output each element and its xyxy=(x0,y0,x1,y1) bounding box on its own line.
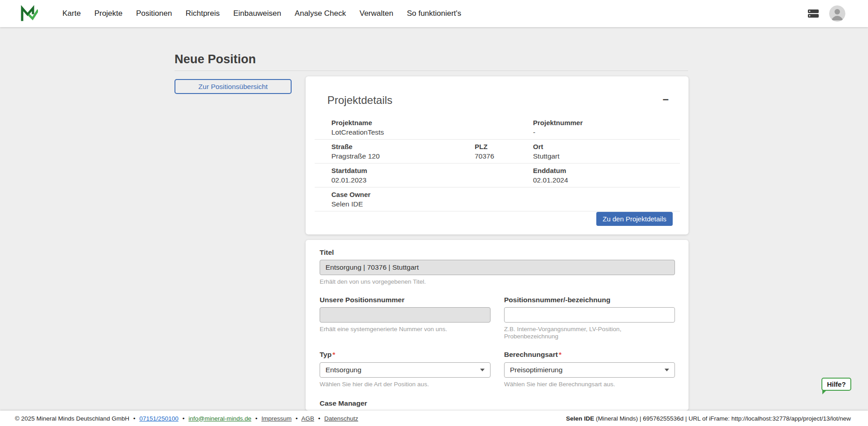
footer-datenschutz-link[interactable]: Datenschutz xyxy=(324,415,358,422)
chevron-down-icon xyxy=(665,369,669,371)
nav-item-einbauweisen[interactable]: Einbauweisen xyxy=(233,9,281,18)
footer-separator: • xyxy=(133,415,136,422)
project-row-2: Straße Pragstraße 120 PLZ 70376 Ort Stut… xyxy=(315,140,680,164)
main-nav: Karte Projekte Positionen Richtpreis Ein… xyxy=(62,9,461,18)
position-overview-button[interactable]: Zur Positionsübersicht xyxy=(175,79,292,94)
nav-item-positionen[interactable]: Positionen xyxy=(136,9,172,18)
project-row-1: Projektname LotCreationTests Projektnumm… xyxy=(315,116,680,140)
project-row-3: Startdatum 02.01.2023 Enddatum 02.01.202… xyxy=(315,164,680,187)
positionsnummer-input[interactable] xyxy=(504,307,675,323)
footer-separator: • xyxy=(318,415,321,422)
berechnungsart-group: Berechnungsart* Preisoptimierung Wählen … xyxy=(504,350,675,388)
typ-selected-value: Entsorgung xyxy=(326,366,361,374)
nav-item-richtpreis[interactable]: Richtpreis xyxy=(185,9,220,18)
type-calculation-row: Typ* Entsorgung Wählen Sie hier die Art … xyxy=(320,350,675,388)
case-manager-label: Case Manager xyxy=(320,399,491,407)
berechnungsart-selected-value: Preisoptimierung xyxy=(510,366,562,374)
unsere-positionsnummer-input xyxy=(320,307,491,323)
brand-logo-icon[interactable] xyxy=(20,5,38,23)
title-divider xyxy=(175,70,688,71)
typ-helper: Wählen Sie hier die Art der Position aus… xyxy=(320,381,491,388)
project-details-header: Projektdetails – xyxy=(306,76,689,107)
footer-agb-link[interactable]: AGB xyxy=(302,415,315,422)
unsere-positionsnummer-helper: Erhält eine systemgenerierte Nummer von … xyxy=(320,326,491,333)
field-projektnummer: Projektnummer - xyxy=(533,119,680,136)
nav-item-so-funktionierts[interactable]: So funktioniert's xyxy=(407,9,461,18)
nav-item-analyse-check[interactable]: Analyse Check xyxy=(295,9,346,18)
nav-item-projekte[interactable]: Projekte xyxy=(94,9,123,18)
field-case-owner: Case Owner Selen IDE xyxy=(331,191,680,208)
user-avatar[interactable] xyxy=(829,5,845,22)
position-number-row: Unsere Positionsnummer Erhält eine syste… xyxy=(320,295,675,340)
field-strasse: Straße Pragstraße 120 xyxy=(331,143,475,160)
footer: © 2025 Mineral Minds Deutschland GmbH • … xyxy=(0,411,868,426)
nav-item-verwalten[interactable]: Verwalten xyxy=(359,9,393,18)
required-asterisk: * xyxy=(559,351,561,358)
berechnungsart-helper: Wählen Sie hier die Berechnungsart aus. xyxy=(504,381,675,388)
positionsnummer-helper: Z.B. Interne-Vorgangsnummer, LV-Position… xyxy=(504,326,675,340)
footer-session-user: Selen IDE xyxy=(566,415,594,422)
position-form-card: Titel Erhält den von uns vorgegebenen Ti… xyxy=(306,240,689,411)
go-to-project-details-button[interactable]: Zu den Projektdetails xyxy=(596,212,673,226)
footer-session-info: Selen IDE (Mineral Minds) | 69576255536d… xyxy=(566,415,851,422)
titel-input xyxy=(320,260,675,275)
project-row-4: Case Owner Selen IDE xyxy=(315,187,680,211)
unsere-positionsnummer-group: Unsere Positionsnummer Erhält eine syste… xyxy=(320,295,491,340)
typ-select[interactable]: Entsorgung xyxy=(320,362,491,378)
project-details-card: Projektdetails – Projektname LotCreation… xyxy=(306,76,689,234)
collapse-card-button[interactable]: – xyxy=(663,94,669,104)
top-navbar: Karte Projekte Positionen Richtpreis Ein… xyxy=(0,0,868,27)
field-projektname: Projektname LotCreationTests xyxy=(331,119,533,136)
help-button[interactable]: Hilfe? xyxy=(821,378,851,391)
field-ort: Ort Stuttgart xyxy=(533,143,680,160)
typ-label: Typ* xyxy=(320,350,491,359)
titel-label: Titel xyxy=(320,248,675,257)
field-enddatum: Enddatum 02.01.2024 xyxy=(533,167,680,184)
berechnungsart-label: Berechnungsart* xyxy=(504,350,675,359)
positionsnummer-group: Positionsnummer/-bezeichnung Z.B. Intern… xyxy=(504,295,675,340)
footer-phone-link[interactable]: 07151/250100 xyxy=(139,415,178,422)
footer-separator: • xyxy=(182,415,184,422)
page-title: Neue Position xyxy=(175,52,256,66)
footer-impressum-link[interactable]: Impressum xyxy=(261,415,292,422)
nav-item-karte[interactable]: Karte xyxy=(62,9,81,18)
footer-email-link[interactable]: info@mineral-minds.de xyxy=(189,415,251,422)
field-plz: PLZ 70376 xyxy=(475,143,533,160)
positionsnummer-label: Positionsnummer/-bezeichnung xyxy=(504,295,675,304)
titel-group: Titel Erhält den von uns vorgegebenen Ti… xyxy=(320,248,675,286)
footer-separator: • xyxy=(296,415,298,422)
server-icon[interactable] xyxy=(807,9,819,19)
footer-session-details: (Mineral Minds) | 69576255536d | URL of … xyxy=(594,415,851,422)
field-startdatum: Startdatum 02.01.2023 xyxy=(331,167,533,184)
footer-separator: • xyxy=(255,415,258,422)
chevron-down-icon xyxy=(480,369,485,371)
copyright-text: © 2025 Mineral Minds Deutschland GmbH xyxy=(15,415,129,422)
typ-group: Typ* Entsorgung Wählen Sie hier die Art … xyxy=(320,350,491,388)
unsere-positionsnummer-label: Unsere Positionsnummer xyxy=(320,295,491,304)
required-asterisk: * xyxy=(332,351,335,358)
titel-helper: Erhält den von uns vorgegebenen Titel. xyxy=(320,278,675,286)
project-details-title: Projektdetails xyxy=(327,94,392,107)
navbar-actions xyxy=(807,5,845,22)
berechnungsart-select[interactable]: Preisoptimierung xyxy=(504,362,675,378)
project-details-fields: Projektname LotCreationTests Projektnumm… xyxy=(315,116,680,211)
footer-left: © 2025 Mineral Minds Deutschland GmbH • … xyxy=(15,415,358,422)
case-manager-group: Case Manager xyxy=(320,399,491,411)
